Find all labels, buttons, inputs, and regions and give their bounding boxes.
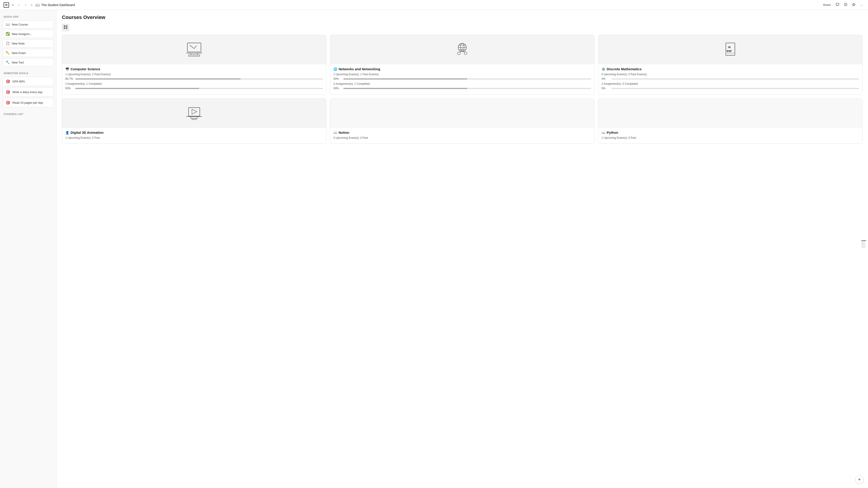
courses-grid: 🖥️ Computer Science 1 Upcoming Exam(s), … xyxy=(62,35,863,144)
nn-assignment-info: 2 Assignment(s), 1 Completed xyxy=(333,82,591,86)
hamburger-button[interactable]: ≡ xyxy=(11,2,14,8)
course-card-python[interactable]: 📖 Python 1 Upcoming Exam(s), 0 Past xyxy=(598,98,863,144)
scroll-dash-1 xyxy=(861,240,866,241)
topbar: N ≡ ← → + 📖 The Student Dashboard Share xyxy=(0,0,868,10)
cs-assignment-progress-row: 50% xyxy=(65,87,323,90)
svg-text:(x+y)=: (x+y)= xyxy=(727,50,732,52)
python-exam-info: 1 Upcoming Exam(s), 0 Past xyxy=(601,136,859,139)
back-button[interactable]: ← xyxy=(16,2,21,8)
courses-list-title: Courses List xyxy=(3,111,54,117)
new-exam-button[interactable]: ✏️ New Exam xyxy=(3,49,54,57)
svg-rect-5 xyxy=(187,43,201,52)
new-tool-button[interactable]: 🔧 New Tool xyxy=(3,58,54,66)
dm-assignment-info: 1 Assignment(s), 0 Completed xyxy=(601,82,859,86)
course-body-python: 📖 Python 1 Upcoming Exam(s), 0 Past xyxy=(598,128,862,143)
goal-gpa-icon: 🎯 xyxy=(6,79,10,84)
course-card-d3d[interactable]: 👤 Digital 3D Animation 1 Upcoming Exam(s… xyxy=(62,98,327,144)
page-title: The Student Dashboard xyxy=(41,3,75,7)
semester-goals-section: Semester Goals 🎯 GPA 80% 🎯 Write a diary… xyxy=(3,70,54,107)
course-card-notion[interactable]: 📖 Notion 0 Upcoming Exam(s), 0 Past xyxy=(330,98,594,144)
svg-rect-21 xyxy=(726,43,735,55)
scroll-dash-6 xyxy=(861,246,865,247)
svg-rect-9 xyxy=(191,53,197,55)
course-body-notion: 📖 Notion 0 Upcoming Exam(s), 0 Past xyxy=(330,128,594,143)
course-card-nn[interactable]: 🌐 Networks and Networking 1 Upcoming Exa… xyxy=(330,35,594,95)
course-title-nn: 🌐 Networks and Networking xyxy=(333,67,591,71)
course-body-cs: 🖥️ Computer Science 1 Upcoming Exam(s), … xyxy=(62,64,326,94)
notion-exam-info: 0 Upcoming Exam(s), 0 Past xyxy=(333,136,591,139)
course-title-cs: 🖥️ Computer Science xyxy=(65,67,323,71)
page-title-container: 📖 The Student Dashboard xyxy=(35,3,75,7)
new-course-button[interactable]: 📖 New Course xyxy=(3,20,54,29)
scroll-dash-5 xyxy=(861,245,865,246)
cs-exam-progress-bg xyxy=(75,78,323,79)
scroll-dash-4 xyxy=(861,244,865,244)
cs-assignment-info: 2 Assignment(s), 1 Completed xyxy=(65,82,323,86)
new-tool-label: New Tool xyxy=(12,61,24,64)
content-area: Courses Overview xyxy=(57,10,868,488)
cs-exam-progress-row: 66.7% xyxy=(65,77,323,80)
new-course-label: New Course xyxy=(12,23,28,26)
nn-exam-info: 1 Upcoming Exam(s), 1 Past Exam(s) xyxy=(333,73,591,76)
course-image-python xyxy=(598,98,862,128)
semester-goals-title: Semester Goals xyxy=(3,70,54,76)
cs-assignment-progress-bg xyxy=(75,88,323,89)
course-body-nn: 🌐 Networks and Networking 1 Upcoming Exa… xyxy=(330,64,594,94)
svg-text:√x: √x xyxy=(728,46,731,48)
main-layout: Quick Add 📖 New Course ✅ New Assignm... … xyxy=(0,10,868,488)
svg-rect-25 xyxy=(188,107,200,116)
share-button[interactable]: Share xyxy=(821,2,833,7)
dm-title-icon: ⚙️ xyxy=(601,67,605,71)
new-note-button[interactable]: 📋 New Note xyxy=(3,39,54,47)
history-button[interactable] xyxy=(842,2,849,8)
svg-rect-28 xyxy=(191,117,197,119)
dm-assignment-progress-row: 0% xyxy=(601,87,859,90)
forward-button[interactable]: → xyxy=(23,2,28,8)
goal-reading-icon: 🎯 xyxy=(6,101,10,105)
new-assignment-button[interactable]: ✅ New Assignm... xyxy=(3,30,54,38)
floating-action-button[interactable] xyxy=(855,475,864,484)
course-image-notion xyxy=(330,98,594,128)
svg-line-19 xyxy=(463,52,465,52)
d3d-title-icon: 👤 xyxy=(65,131,69,134)
scroll-dash-2 xyxy=(861,241,865,242)
more-button[interactable]: ··· xyxy=(859,2,864,8)
dm-assignment-progress-label: 0% xyxy=(601,87,610,90)
scroll-dash-3 xyxy=(861,242,865,243)
cs-exam-info: 1 Upcoming Exam(s), 2 Past Exam(s) xyxy=(65,73,323,76)
svg-rect-29 xyxy=(192,119,196,120)
grid-view-button[interactable] xyxy=(62,24,69,31)
course-card-cs[interactable]: 🖥️ Computer Science 1 Upcoming Exam(s), … xyxy=(62,35,327,95)
add-button[interactable]: + xyxy=(30,2,33,8)
svg-rect-1 xyxy=(64,25,65,27)
new-assignment-label: New Assignm... xyxy=(12,32,32,36)
new-note-label: New Note xyxy=(12,42,25,45)
cs-assignment-progress-label: 50% xyxy=(65,87,73,90)
course-image-d3d xyxy=(62,98,326,128)
star-button[interactable] xyxy=(850,2,857,8)
quick-add-title: Quick Add xyxy=(3,13,54,20)
goal-diary-icon: 🎯 xyxy=(6,90,10,94)
goal-reading[interactable]: 🎯 Read 10 pages per day xyxy=(3,98,54,107)
comment-button[interactable] xyxy=(834,2,841,8)
cs-exam-progress-label: 66.7% xyxy=(65,77,73,80)
course-body-d3d: 👤 Digital 3D Animation 1 Upcoming Exam(s… xyxy=(62,128,326,143)
nn-assignment-progress-label: 50% xyxy=(333,87,342,90)
svg-rect-2 xyxy=(66,25,67,27)
course-card-dm[interactable]: √x (x+y)= ⚙️ Discrete Mathematics 0 Upco… xyxy=(598,35,863,95)
course-image-dm: √x (x+y)= xyxy=(598,35,862,64)
svg-marker-26 xyxy=(192,109,197,114)
cs-title-icon: 🖥️ xyxy=(65,67,69,71)
notion-course-icon: 📖 xyxy=(333,131,337,134)
goal-diary[interactable]: 🎯 Write a diary every day xyxy=(3,88,54,97)
course-image-cs xyxy=(62,35,326,64)
course-title-notion: 📖 Notion xyxy=(333,131,591,134)
svg-point-17 xyxy=(464,52,467,55)
svg-rect-4 xyxy=(66,27,67,29)
notion-icon[interactable]: N xyxy=(4,2,9,8)
goal-gpa[interactable]: 🎯 GPA 80% xyxy=(3,77,54,86)
d3d-exam-info: 1 Upcoming Exam(s), 0 Past xyxy=(65,136,323,139)
dm-exam-info: 0 Upcoming Exam(s), 0 Past Exam(s) xyxy=(601,73,859,76)
nn-title-icon: 🌐 xyxy=(333,67,337,71)
topbar-right: Share ··· xyxy=(821,2,864,8)
